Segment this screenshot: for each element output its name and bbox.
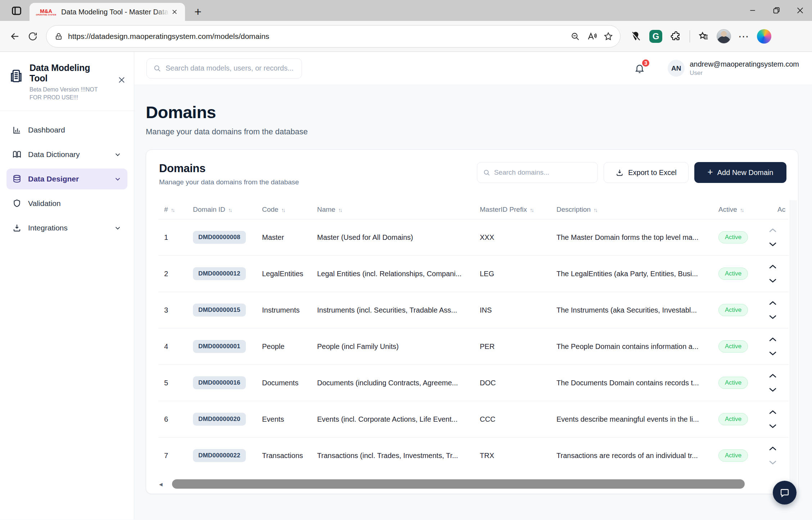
- table-row[interactable]: 7 DMD00000022 Transactions Transactions …: [158, 437, 789, 474]
- domain-search-input[interactable]: [494, 169, 592, 176]
- copilot-icon[interactable]: [755, 28, 773, 45]
- move-up-button[interactable]: [768, 372, 777, 379]
- row-description: The Documents Domain contains records t.…: [552, 379, 714, 387]
- row-name: Instruments (incl. Securities, Tradable …: [313, 306, 475, 314]
- horizontal-scrollbar[interactable]: ◂ ▸: [159, 479, 786, 489]
- row-name: Transactions (incl. Trades, Investments,…: [313, 452, 475, 460]
- sort-header-domain-id[interactable]: Domain ID↑↓: [190, 206, 259, 214]
- row-name: Events (incl. Corporate Actions, Life Ev…: [313, 415, 475, 423]
- table-row[interactable]: 4 DMD00000001 People People (incl Family…: [158, 328, 789, 364]
- table-row[interactable]: 6 DMD00000020 Events Events (incl. Corpo…: [158, 401, 789, 437]
- move-up-button[interactable]: [768, 263, 777, 270]
- move-down-button[interactable]: [768, 241, 777, 248]
- row-code: Transactions: [259, 452, 313, 460]
- close-button[interactable]: [788, 0, 812, 21]
- shield-icon: [12, 199, 22, 208]
- app-page: Data Modeling Tool Beta Demo Version !!!…: [0, 52, 812, 520]
- bar-chart-icon: [12, 125, 22, 135]
- row-code: Documents: [259, 379, 313, 387]
- favorite-star-icon[interactable]: [600, 28, 617, 45]
- chat-button[interactable]: [773, 481, 797, 505]
- add-domain-button[interactable]: + Add New Domain: [694, 162, 786, 183]
- site-favicon-icon: M&A OPERATING SYSTEM: [36, 8, 56, 16]
- minimize-button[interactable]: [741, 0, 764, 21]
- domain-search[interactable]: [477, 162, 598, 183]
- notifications-button[interactable]: 3: [632, 60, 648, 76]
- favorites-hub-icon[interactable]: [695, 28, 712, 45]
- row-name: People (incl Family Units): [313, 342, 475, 351]
- download-icon: [615, 169, 624, 177]
- move-down-button[interactable]: [768, 278, 777, 284]
- sidebar-item-data-designer[interactable]: Data Designer: [6, 169, 127, 189]
- sort-header-description[interactable]: Description↑↓: [552, 206, 714, 214]
- scrollbar-track[interactable]: [166, 479, 780, 489]
- book-icon: [12, 150, 22, 159]
- grammarly-icon[interactable]: G: [647, 28, 664, 45]
- global-search[interactable]: [146, 58, 302, 79]
- domain-id-badge: DMD00000015: [193, 304, 246, 317]
- move-down-button[interactable]: [768, 314, 777, 320]
- browser-tab[interactable]: M&A OPERATING SYSTEM Data Modeling Tool …: [30, 3, 185, 21]
- restore-button[interactable]: [764, 0, 788, 21]
- status-badge: Active: [718, 449, 748, 462]
- tab-actions-button[interactable]: [6, 3, 27, 19]
- move-up-button[interactable]: [768, 300, 777, 306]
- browser-profile-avatar[interactable]: [715, 28, 732, 45]
- search-icon: [153, 64, 161, 73]
- row-name: Master (Used for All Domains): [313, 233, 475, 242]
- sidebar-close-icon[interactable]: [117, 76, 126, 84]
- sidebar-item-validation[interactable]: Validation: [6, 193, 127, 214]
- table-row[interactable]: 3 DMD00000015 Instruments Instruments (i…: [158, 292, 789, 328]
- row-prefix: INS: [475, 306, 552, 314]
- tab-close-icon[interactable]: [169, 6, 180, 17]
- sort-header-active[interactable]: Active↑↓: [714, 206, 756, 214]
- sort-header-prefix[interactable]: MasterID Prefix↑↓: [475, 206, 552, 214]
- sidebar-item-integrations[interactable]: Integrations: [6, 218, 127, 238]
- move-up-button[interactable]: [768, 336, 777, 342]
- url-text[interactable]: https://datadesign.maoperatingsystem.com…: [68, 32, 567, 41]
- browser-titlebar: M&A OPERATING SYSTEM Data Modeling Tool …: [0, 0, 812, 21]
- sort-header-num[interactable]: #↑↓: [158, 206, 190, 214]
- move-down-button[interactable]: [768, 423, 777, 430]
- sidebar-nav: Dashboard Data Dictionary Data Designer …: [0, 111, 134, 247]
- export-excel-button[interactable]: Export to Excel: [604, 162, 689, 183]
- database-icon: [12, 174, 22, 184]
- move-up-button[interactable]: [768, 445, 777, 452]
- refresh-button[interactable]: [24, 27, 42, 45]
- row-name: Documents (including Contracts, Agreeme.…: [313, 379, 475, 387]
- table-row[interactable]: 5 DMD00000016 Documents Documents (inclu…: [158, 364, 789, 401]
- move-up-button[interactable]: [768, 409, 777, 415]
- table-row[interactable]: 1 DMD00000008 Master Master (Used for Al…: [158, 219, 789, 255]
- address-bar[interactable]: https://datadesign.maoperatingsystem.com…: [46, 25, 621, 48]
- new-tab-button[interactable]: +: [190, 4, 206, 19]
- sidebar-item-data-dictionary[interactable]: Data Dictionary: [6, 144, 127, 165]
- row-number: 2: [158, 270, 190, 278]
- move-up-button[interactable]: [768, 227, 777, 233]
- back-button[interactable]: [6, 27, 24, 45]
- user-menu[interactable]: AN andrew@maoperatingsystem.com User: [668, 60, 799, 77]
- table-row[interactable]: 2 DMD00000012 LegalEntities Legal Entiti…: [158, 255, 789, 292]
- status-badge: Active: [718, 304, 748, 316]
- vertical-scrollbar[interactable]: [790, 200, 797, 491]
- move-down-button[interactable]: [768, 460, 777, 466]
- scrollbar-thumb[interactable]: [172, 479, 745, 489]
- extensions-puzzle-icon[interactable]: [667, 28, 685, 45]
- sidebar-item-label: Dashboard: [28, 126, 65, 134]
- zoom-out-icon[interactable]: [567, 28, 583, 45]
- sidebar: Data Modeling Tool Beta Demo Version !!!…: [0, 52, 134, 520]
- move-down-button[interactable]: [768, 387, 777, 393]
- global-search-input[interactable]: [166, 64, 295, 72]
- read-aloud-icon[interactable]: [583, 28, 600, 45]
- row-code: People: [259, 342, 313, 351]
- sort-header-code[interactable]: Code↑↓: [259, 206, 313, 214]
- sort-header-name[interactable]: Name↑↓: [313, 206, 475, 214]
- page-subtitle: Manage your data domains from the databa…: [146, 127, 798, 136]
- sidebar-item-dashboard[interactable]: Dashboard: [6, 120, 127, 140]
- scroll-left-icon[interactable]: ◂: [159, 481, 163, 488]
- status-badge: Active: [718, 340, 748, 353]
- domain-id-badge: DMD00000001: [193, 340, 246, 353]
- row-number: 4: [158, 342, 190, 351]
- move-down-button[interactable]: [768, 350, 777, 357]
- pin-extension-icon[interactable]: [627, 28, 644, 45]
- more-menu-icon[interactable]: ⋯: [735, 28, 753, 45]
